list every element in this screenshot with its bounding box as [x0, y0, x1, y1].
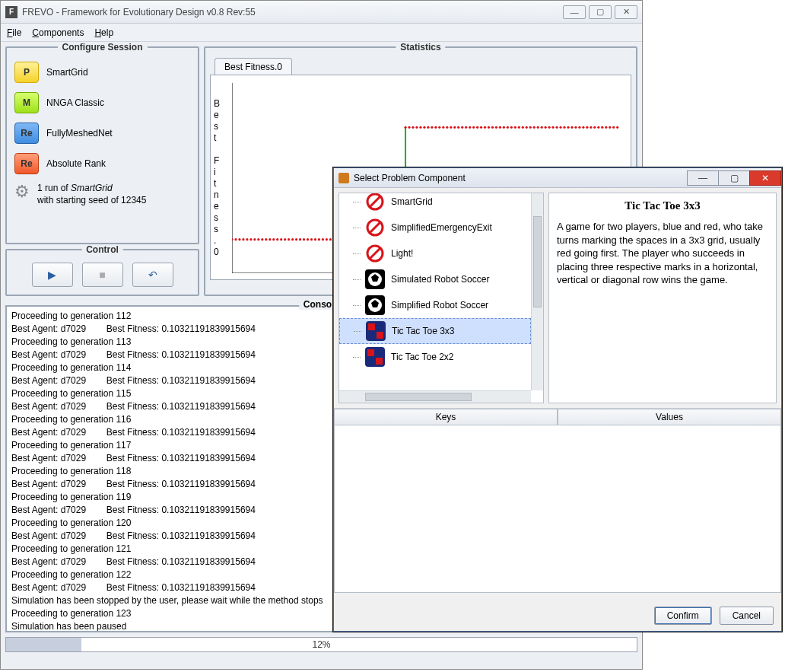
- svg-point-62: [446, 126, 448, 129]
- kv-header: Keys Values: [334, 409, 781, 425]
- minimize-button[interactable]: —: [563, 5, 586, 19]
- svg-point-91: [555, 126, 558, 129]
- tree-item-0[interactable]: SmartGrid: [339, 193, 531, 215]
- svg-point-9: [257, 238, 259, 240]
- svg-point-14: [276, 238, 278, 240]
- svg-line-109: [370, 196, 380, 207]
- folder-icon: P: [14, 62, 39, 83]
- svg-point-23: [310, 238, 313, 240]
- svg-point-15: [280, 238, 282, 240]
- config-item-3[interactable]: Re Absolute Rank: [11, 148, 193, 179]
- kv-body[interactable]: [334, 425, 781, 593]
- tree-item-2[interactable]: Light!: [339, 240, 531, 266]
- svg-point-57: [427, 126, 429, 129]
- svg-point-58: [431, 126, 433, 129]
- undo-button[interactable]: ↶: [132, 263, 173, 287]
- cancel-button[interactable]: Cancel: [720, 607, 774, 625]
- svg-point-68: [469, 126, 471, 129]
- svg-point-26: [322, 238, 324, 240]
- chart-ylabel: Best Fitness.0: [214, 98, 224, 258]
- svg-point-75: [495, 126, 497, 129]
- dialog-minimize-button[interactable]: —: [687, 170, 719, 186]
- svg-point-60: [438, 126, 440, 129]
- dialog-titlebar[interactable]: Select Problem Component — ▢ ✕: [334, 168, 781, 188]
- svg-point-104: [605, 126, 607, 129]
- svg-rect-122: [367, 349, 374, 356]
- menu-help[interactable]: Help: [94, 27, 113, 38]
- svg-point-77: [503, 126, 505, 129]
- kv-keys-header[interactable]: Keys: [334, 409, 558, 425]
- tree-item-6[interactable]: Tic Tac Toe 2x2: [339, 344, 531, 370]
- config-item-0[interactable]: P SmartGrid: [11, 57, 193, 88]
- progress-label: 12%: [6, 638, 637, 651]
- svg-point-55: [419, 126, 421, 129]
- kv-values-header[interactable]: Values: [558, 409, 781, 425]
- svg-point-82: [522, 126, 524, 129]
- tree-vscrollbar[interactable]: [531, 193, 543, 390]
- svg-point-13: [272, 238, 275, 240]
- config-item-label: Absolute Rank: [46, 158, 106, 169]
- svg-point-88: [545, 126, 547, 129]
- svg-point-25: [318, 238, 320, 240]
- svg-point-70: [476, 126, 478, 129]
- tree-item-1[interactable]: SimplifiedEmergencyExit: [339, 215, 531, 240]
- svg-point-66: [461, 126, 463, 129]
- svg-point-89: [548, 126, 551, 129]
- svg-point-22: [307, 238, 309, 240]
- close-button[interactable]: ✕: [615, 5, 637, 19]
- svg-point-106: [612, 126, 615, 129]
- problem-description: Tic Tac Toe 3x3 A game for two players, …: [548, 193, 777, 403]
- tree-item-label: Tic Tac Toe 2x2: [391, 352, 454, 362]
- problem-tree[interactable]: SmartGridSimplifiedEmergencyExitLight!Si…: [338, 193, 544, 403]
- svg-point-7: [249, 238, 252, 240]
- tree-hscrollbar[interactable]: [339, 390, 531, 403]
- progress-bar: 12%: [5, 637, 637, 652]
- play-button[interactable]: ▶: [32, 263, 73, 287]
- svg-point-101: [593, 126, 596, 129]
- svg-point-24: [314, 238, 316, 240]
- configure-session-legend: Configure Session: [57, 42, 147, 53]
- config-item-label: FullyMeshedNet: [46, 128, 113, 139]
- titlebar[interactable]: F FREVO - Framework for Evolutionary Des…: [1, 1, 642, 24]
- menu-file[interactable]: File: [7, 27, 21, 38]
- svg-point-103: [601, 126, 603, 129]
- dialog-maximize-button[interactable]: ▢: [718, 170, 750, 186]
- tree-item-label: Tic Tac Toe 3x3: [392, 326, 455, 336]
- svg-point-73: [488, 126, 490, 129]
- stop-button[interactable]: ■: [82, 263, 123, 287]
- svg-point-18: [291, 238, 294, 240]
- config-item-2[interactable]: Re FullyMeshedNet: [11, 118, 193, 148]
- svg-point-96: [574, 126, 577, 129]
- configure-session-panel: Configure Session P SmartGridM NNGA Clas…: [5, 46, 199, 244]
- folder-icon: M: [14, 92, 39, 113]
- control-legend: Control: [81, 244, 123, 255]
- control-panel: Control ▶ ■ ↶: [5, 249, 199, 296]
- svg-point-64: [453, 126, 456, 129]
- svg-point-74: [491, 126, 494, 129]
- tree-item-4[interactable]: Simplified Robot Soccer: [339, 292, 531, 318]
- config-item-1[interactable]: M NNGA Classic: [11, 88, 193, 118]
- forbid-icon: [365, 193, 385, 212]
- svg-point-95: [570, 126, 573, 129]
- svg-point-27: [326, 238, 328, 240]
- confirm-button[interactable]: Confirm: [654, 607, 712, 625]
- tree-item-3[interactable]: Simulated Robot Soccer: [339, 266, 531, 292]
- tab-best-fitness[interactable]: Best Fitness.0: [215, 58, 292, 75]
- tree-item-5[interactable]: Tic Tac Toe 3x3: [339, 318, 531, 344]
- config-item-label: SmartGrid: [46, 67, 88, 78]
- svg-point-90: [551, 126, 554, 129]
- tictactoe-icon: [366, 321, 386, 341]
- svg-line-113: [370, 248, 380, 259]
- menubar: File Components Help: [1, 24, 642, 42]
- svg-rect-123: [376, 358, 383, 365]
- dialog-close-button[interactable]: ✕: [749, 170, 781, 186]
- tree-item-label: Simulated Robot Soccer: [391, 274, 489, 285]
- svg-point-63: [450, 126, 452, 129]
- menu-components[interactable]: Components: [32, 27, 84, 38]
- forbid-icon: [365, 218, 385, 237]
- svg-point-19: [295, 238, 297, 240]
- tree-item-label: SimplifiedEmergencyExit: [391, 222, 492, 233]
- svg-point-67: [465, 126, 467, 129]
- maximize-button[interactable]: ▢: [589, 5, 612, 19]
- select-problem-dialog: Select Problem Component — ▢ ✕ SmartGrid…: [333, 167, 782, 632]
